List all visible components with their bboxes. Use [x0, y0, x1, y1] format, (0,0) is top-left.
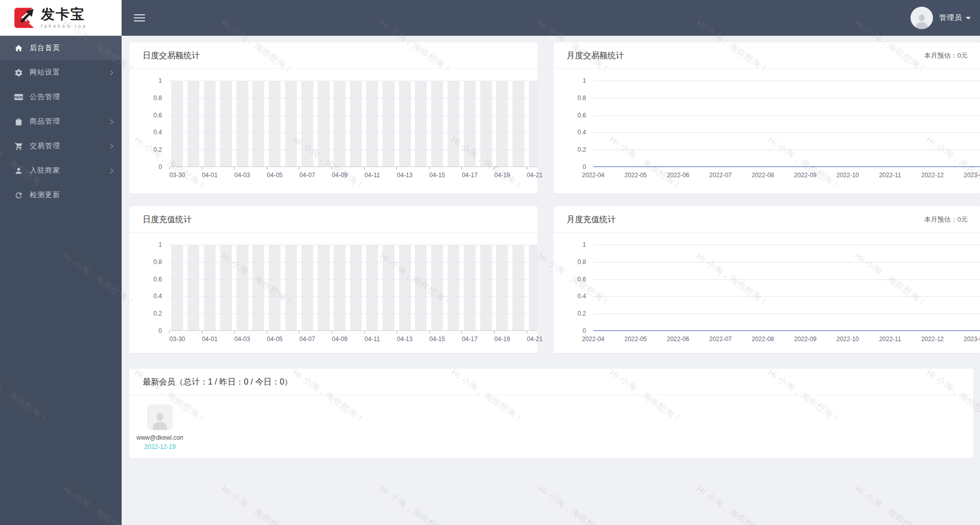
card-monthly-trade: 月度交易额统计 本月预估：0元 00.20.40.60.812022-04202… [553, 42, 980, 194]
month-estimate: 本月预估：0元 [924, 42, 968, 68]
sidebar-item-label: 商品管理 [30, 117, 60, 126]
user-menu[interactable]: 管理员 [911, 7, 971, 29]
sidebar-item-site-settings[interactable]: 网站设置 [0, 60, 122, 85]
gear-icon [14, 68, 23, 77]
card-title: 月度交易额统计 [567, 42, 624, 68]
sidebar: 发卡宝 fakabao.top 后台首页 网站设置 NEW 公告管理 商品管理 [0, 0, 122, 525]
member-email: www@dkewl.com [136, 434, 183, 441]
card-daily-recharge: 日度充值统计 00.20.40.60.8103-3004-0104-0304-0… [129, 206, 538, 353]
sidebar-item-dashboard[interactable]: 后台首页 [0, 36, 122, 60]
card-latest-members: 最新会员（总计：1 / 昨日：0 / 今日：0） www@dkewl.com 2… [129, 369, 973, 458]
shopping-bag-icon [14, 117, 23, 126]
avatar [911, 7, 933, 29]
logo[interactable]: 发卡宝 fakabao.top [0, 0, 122, 36]
cart-icon [14, 142, 23, 151]
main-content: 日度交易额统计 00.20.40.60.8103-3004-0104-0304-… [122, 36, 980, 525]
refresh-icon [14, 191, 23, 200]
sidebar-item-orders[interactable]: 交易管理 [0, 134, 122, 158]
sidebar-item-label: 交易管理 [30, 141, 60, 151]
person-icon [14, 166, 23, 175]
sidebar-item-label: 网站设置 [30, 68, 60, 77]
menu-icon[interactable] [134, 12, 145, 23]
brand-domain: fakabao.top [41, 23, 87, 29]
chevron-right-icon [108, 119, 113, 124]
sidebar-item-announcements[interactable]: NEW 公告管理 [0, 85, 122, 109]
sidebar-item-check-update[interactable]: 检测更新 [0, 183, 122, 207]
card-monthly-recharge: 月度充值统计 本月预估：0元 00.20.40.60.812022-042022… [553, 206, 980, 353]
monthly-recharge-chart[interactable]: 00.20.40.60.812022-042022-052022-062022-… [553, 233, 980, 343]
card-title: 最新会员（总计：1 / 昨日：0 / 今日：0） [143, 369, 292, 395]
user-name: 管理员 [939, 13, 962, 22]
sidebar-item-label: 后台首页 [30, 43, 60, 53]
sidebar-item-label: 公告管理 [30, 92, 60, 102]
sidebar-item-label: 检测更新 [30, 190, 60, 200]
daily-trade-chart[interactable]: 00.20.40.60.8103-3004-0104-0304-0504-070… [129, 69, 538, 179]
monthly-trade-chart[interactable]: 00.20.40.60.812022-042022-052022-062022-… [553, 69, 980, 179]
sidebar-item-merchants[interactable]: 入驻商家 [0, 158, 122, 183]
sidebar-nav: 后台首页 网站设置 NEW 公告管理 商品管理 交易管理 [0, 36, 122, 207]
caret-down-icon [966, 17, 971, 19]
member-avatar [147, 404, 173, 430]
topbar: 管理员 [122, 0, 980, 36]
brand-name: 发卡宝 [41, 8, 87, 21]
chevron-right-icon [108, 144, 113, 149]
card-daily-trade: 日度交易额统计 00.20.40.60.8103-3004-0104-0304-… [129, 42, 538, 194]
chevron-right-icon [108, 168, 113, 173]
month-estimate: 本月预估：0元 [924, 206, 968, 232]
brand-text: 发卡宝 fakabao.top [41, 8, 87, 29]
card-title: 日度充值统计 [143, 206, 192, 232]
home-icon [14, 44, 23, 53]
daily-recharge-chart[interactable]: 00.20.40.60.8103-3004-0104-0304-0504-070… [129, 233, 538, 343]
chevron-right-icon [108, 70, 113, 75]
sidebar-item-label: 入驻商家 [30, 166, 60, 175]
member-item[interactable]: www@dkewl.com 2022-12-19 [136, 404, 183, 450]
card-title: 月度充值统计 [567, 206, 616, 232]
member-date: 2022-12-19 [136, 443, 183, 450]
sidebar-item-products[interactable]: 商品管理 [0, 109, 122, 134]
brand-logo-icon [13, 7, 36, 29]
announcement-new-icon: NEW [14, 93, 23, 102]
card-title: 日度交易额统计 [143, 42, 200, 68]
